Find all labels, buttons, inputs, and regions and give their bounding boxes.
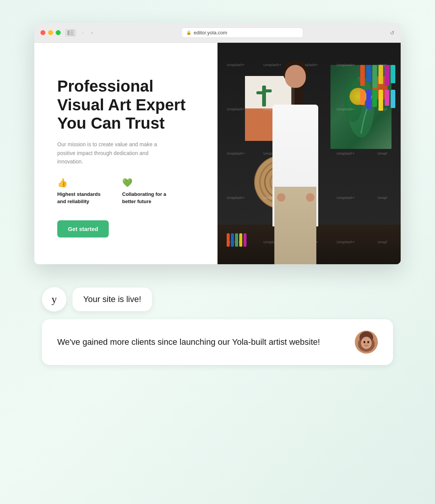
hero-title: Professional Visual Art Expert You Can T… <box>57 77 198 132</box>
get-started-button[interactable]: Get started <box>57 220 109 237</box>
svg-point-25 <box>364 341 366 343</box>
chat-notification: y Your site is live! <box>42 287 393 312</box>
traffic-lights <box>40 30 61 35</box>
testimonial-text: We've gained more clients since launchin… <box>57 336 347 348</box>
svg-rect-0 <box>68 31 69 35</box>
thumbs-up-icon: 👍 <box>57 178 107 188</box>
website-right-panel: Unsplash+ Unsplash+ Unsplash+ Unsplash+ … <box>218 43 401 264</box>
website-content: Professional Visual Art Expert You Can T… <box>34 43 401 264</box>
svg-point-27 <box>366 344 367 345</box>
chat-section: y Your site is live! We've gained more c… <box>34 287 401 365</box>
forward-button[interactable]: › <box>90 29 94 36</box>
avatar <box>355 331 378 354</box>
back-button[interactable]: ‹ <box>81 29 85 36</box>
svg-rect-2 <box>70 32 74 33</box>
svg-rect-1 <box>70 31 74 31</box>
artist-figure <box>245 43 346 264</box>
notification-bubble: Your site is live! <box>72 288 152 311</box>
feature-label-1: Highest standards and reliability <box>57 191 107 205</box>
artist-photo: Unsplash+ Unsplash+ Unsplash+ Unsplash+ … <box>218 43 401 264</box>
close-button[interactable] <box>40 30 45 35</box>
paint-bottles-left <box>227 233 246 247</box>
website-left-panel: Professional Visual Art Expert You Can T… <box>34 43 218 264</box>
hero-description: Our mission is to create value and make … <box>57 140 164 166</box>
svg-point-26 <box>367 341 369 343</box>
features-row: 👍 Highest standards and reliability 💚 Co… <box>57 178 198 205</box>
reload-button[interactable]: ↺ <box>390 30 395 36</box>
feature-item-1: 👍 Highest standards and reliability <box>57 178 107 205</box>
avatar-face-svg <box>355 331 378 354</box>
unsplash-watermark: Unspl <box>364 176 401 220</box>
lock-icon: 🔒 <box>186 30 192 35</box>
yola-logo: y <box>42 287 66 312</box>
minimize-button[interactable] <box>48 30 53 35</box>
sidebar-toggle-button[interactable] <box>65 29 76 37</box>
feature-item-2: 💚 Collaborating for a better future <box>122 178 172 205</box>
url-text: editor.yola.com <box>194 30 227 36</box>
paint-bottles-right <box>360 65 395 111</box>
browser-window: ‹ › 🔒 editor.yola.com ↺ Professional Vis… <box>34 23 401 264</box>
heart-icon: 💚 <box>122 178 172 188</box>
testimonial-bubble: We've gained more clients since launchin… <box>42 319 393 365</box>
svg-point-24 <box>361 337 372 349</box>
address-bar[interactable]: 🔒 editor.yola.com <box>181 27 303 38</box>
address-bar-wrapper: 🔒 editor.yola.com <box>99 27 385 38</box>
feature-label-2: Collaborating for a better future <box>122 191 172 205</box>
browser-titlebar: ‹ › 🔒 editor.yola.com ↺ <box>34 23 401 43</box>
notification-text: Your site is live! <box>83 294 141 304</box>
svg-rect-3 <box>70 34 74 35</box>
maximize-button[interactable] <box>56 30 61 35</box>
